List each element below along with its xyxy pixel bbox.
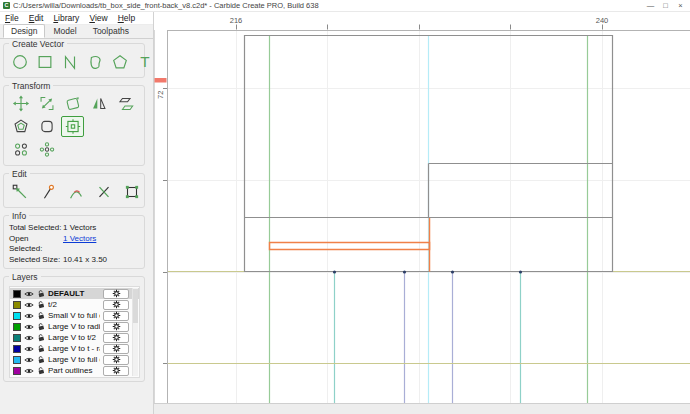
transform-title: Transform [9,81,53,91]
nudge-icon [64,118,82,135]
shear-tool[interactable] [113,93,136,114]
eye-icon[interactable] [24,301,34,309]
rotate-tool[interactable] [61,93,84,114]
unlock-icon[interactable] [37,355,45,364]
layer-name: DEFAULT [48,289,100,298]
open-vectors-link[interactable]: 1 Vectors [63,234,96,255]
circular-array-tool[interactable] [35,139,58,160]
layer-list-scrollbar-thumb[interactable] [133,289,138,323]
menu-view[interactable]: View [84,12,112,24]
unlock-icon[interactable] [37,322,45,331]
unlock-icon[interactable] [37,344,45,353]
layer-row[interactable]: Large V to t/2 [10,332,139,343]
fillet-icon [38,118,56,135]
mirror-icon [90,95,108,112]
move-icon [12,95,30,112]
menu-library[interactable]: Library [48,12,84,24]
app-icon: C [3,2,10,9]
layer-row[interactable]: DEFAULT [10,288,139,299]
layer-color-swatch[interactable] [13,356,21,364]
layer-color-swatch[interactable] [13,301,21,309]
eye-icon[interactable] [24,312,34,320]
create-vector-group: Create Vector T [3,43,145,78]
layer-settings-button[interactable] [103,366,129,376]
layer-list: DEFAULTt/2Small V to full depthLarge V t… [9,286,140,378]
layer-row[interactable]: Part outlines [10,365,139,376]
menu-help[interactable]: Help [113,12,140,24]
polygon-tool[interactable] [109,51,131,72]
layer-color-swatch[interactable] [13,312,21,320]
layer-settings-button[interactable] [103,289,129,299]
layer-color-swatch[interactable] [13,290,21,298]
polyline-icon [66,56,75,68]
eye-icon[interactable] [24,323,34,331]
layer-row[interactable]: Large V to full depth [10,354,139,365]
layer-row[interactable]: Large V to radius [10,321,139,332]
edit-nodes-tool[interactable] [37,181,59,202]
menu-file[interactable]: File [0,12,24,24]
tab-design[interactable]: Design [3,24,45,38]
eye-icon[interactable] [24,290,34,298]
polyline-tool[interactable] [59,51,81,72]
fillet-tool[interactable] [35,116,58,137]
rectangle-tool[interactable] [34,51,56,72]
layer-color-swatch[interactable] [13,367,21,375]
horizontal-scrollbar[interactable] [154,403,690,414]
linear-array-tool[interactable] [9,139,32,160]
canvas-background[interactable] [154,12,690,414]
node-select-tool[interactable] [9,181,31,202]
text-tool[interactable]: T [134,51,156,72]
fillet-vertices-icon [66,183,86,201]
unlock-icon[interactable] [37,311,45,320]
unlock-icon[interactable] [37,366,45,375]
break-vector-tool[interactable] [93,181,115,202]
layer-settings-button[interactable] [103,300,129,310]
layer-name: Large V to radius [48,322,100,331]
rotate-icon [64,95,82,112]
tab-toolpaths[interactable]: Toolpaths [85,24,137,38]
scale-icon [38,95,56,112]
eye-icon[interactable] [24,334,34,342]
eye-icon[interactable] [24,356,34,364]
tab-model[interactable]: Model [45,24,84,38]
unlock-icon[interactable] [37,300,45,309]
layer-color-swatch[interactable] [13,323,21,331]
layer-settings-button[interactable] [103,311,129,321]
layer-settings-button[interactable] [103,322,129,332]
eye-icon[interactable] [24,345,34,353]
maximize-button[interactable]: □ [658,0,673,11]
layer-color-swatch[interactable] [13,345,21,353]
tab-bar: DesignModelToolpaths [0,25,153,39]
layer-row[interactable]: t/2 [10,299,139,310]
close-button[interactable]: × [673,0,688,11]
curve-tool[interactable] [84,51,106,72]
menu-edit[interactable]: Edit [24,12,49,24]
layer-row[interactable]: Large V to t - radius [10,343,139,354]
layer-settings-button[interactable] [103,355,129,365]
minimize-button[interactable]: — [643,0,658,11]
layer-color-swatch[interactable] [13,334,21,342]
design-canvas[interactable]: 216 240 72 [154,12,690,414]
offset-tool[interactable] [9,116,32,137]
fillet-vertices-tool[interactable] [65,181,87,202]
edit-group: Edit [3,173,145,208]
unlock-icon[interactable] [37,289,45,298]
circle-tool[interactable] [9,51,31,72]
layer-settings-button[interactable] [103,344,129,354]
nudge-tool[interactable] [61,116,84,137]
eye-icon[interactable] [24,367,34,375]
gear-icon [112,322,121,331]
layer-name: Large V to t - radius [48,344,100,353]
gear-icon [112,289,121,298]
layer-name: Small V to full depth [48,311,100,320]
layer-name: t/2 [48,300,100,309]
unlock-icon[interactable] [37,333,45,342]
scale-tool[interactable] [35,93,58,114]
ruler-selection-marker [155,78,167,83]
layer-settings-button[interactable] [103,333,129,343]
close-vector-tool[interactable] [121,181,143,202]
layer-row[interactable]: Small V to full depth [10,310,139,321]
design-panel: Create Vector T [0,38,148,414]
move-tool[interactable] [9,93,32,114]
mirror-tool[interactable] [87,93,110,114]
